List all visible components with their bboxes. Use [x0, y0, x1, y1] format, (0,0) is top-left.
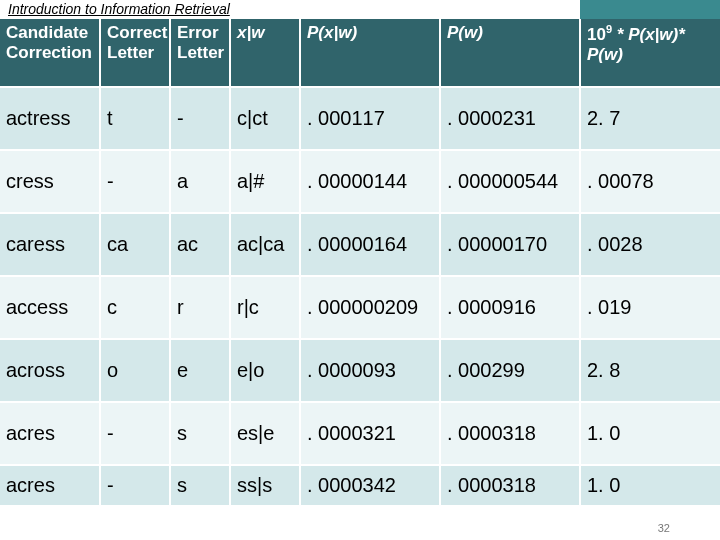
cell-correct: -	[100, 150, 170, 213]
cell-correct: ca	[100, 213, 170, 276]
cell-pxw: . 0000342	[300, 465, 440, 505]
table-row: caress ca ac ac|ca . 00000164 . 00000170…	[0, 213, 720, 276]
cell-xw: r|c	[230, 276, 300, 339]
col-p-w: P(w)	[440, 19, 580, 87]
cell-prod: 1. 0	[580, 465, 720, 505]
cell-prod: 1. 0	[580, 402, 720, 465]
col-candidate: Candidate Correction	[0, 19, 100, 87]
cell-xw: es|e	[230, 402, 300, 465]
col-x-given-w: x|w	[230, 19, 300, 87]
cell-pw: . 000299	[440, 339, 580, 402]
cell-xw: ac|ca	[230, 213, 300, 276]
cell-prod: . 0028	[580, 213, 720, 276]
table-row: across o e e|o . 0000093 . 000299 2. 8	[0, 339, 720, 402]
page-number: 32	[658, 522, 670, 534]
cell-prod: 2. 7	[580, 87, 720, 150]
cell-error: s	[170, 465, 230, 505]
col-product-pre: 10	[587, 25, 606, 44]
table-row: actress t - c|ct . 000117 . 0000231 2. 7	[0, 87, 720, 150]
cell-pxw: . 000117	[300, 87, 440, 150]
cell-pxw: . 0000093	[300, 339, 440, 402]
cell-pxw: . 00000164	[300, 213, 440, 276]
cell-pxw: . 0000321	[300, 402, 440, 465]
cell-pw: . 0000318	[440, 402, 580, 465]
cell-pw: . 00000170	[440, 213, 580, 276]
cell-xw: c|ct	[230, 87, 300, 150]
cell-candidate: acres	[0, 402, 100, 465]
cell-error: ac	[170, 213, 230, 276]
cell-correct: -	[100, 465, 170, 505]
cell-correct: t	[100, 87, 170, 150]
cell-correct: -	[100, 402, 170, 465]
cell-pw: . 0000231	[440, 87, 580, 150]
cell-candidate: access	[0, 276, 100, 339]
cell-pxw: . 00000144	[300, 150, 440, 213]
cell-xw: a|#	[230, 150, 300, 213]
cell-candidate: caress	[0, 213, 100, 276]
cell-prod: . 00078	[580, 150, 720, 213]
cell-correct: o	[100, 339, 170, 402]
cell-error: r	[170, 276, 230, 339]
cell-candidate: across	[0, 339, 100, 402]
table-row: acres - s es|e . 0000321 . 0000318 1. 0	[0, 402, 720, 465]
cell-xw: ss|s	[230, 465, 300, 505]
cell-pw: . 0000916	[440, 276, 580, 339]
table-row: access c r r|c . 000000209 . 0000916 . 0…	[0, 276, 720, 339]
col-p-x-given-w: P(x|w)	[300, 19, 440, 87]
cell-pw: . 000000544	[440, 150, 580, 213]
col-product: 109 * P(x|w)* P(w)	[580, 19, 720, 87]
breadcrumb: Introduction to Information Retrieval	[8, 0, 230, 18]
cell-prod: . 019	[580, 276, 720, 339]
cell-error: a	[170, 150, 230, 213]
col-correct-letter: Correct Letter	[100, 19, 170, 87]
cell-pxw: . 000000209	[300, 276, 440, 339]
cell-candidate: cress	[0, 150, 100, 213]
table-row: cress - a a|# . 00000144 . 000000544 . 0…	[0, 150, 720, 213]
col-error-letter: Error Letter	[170, 19, 230, 87]
cell-error: e	[170, 339, 230, 402]
table-body: actress t - c|ct . 000117 . 0000231 2. 7…	[0, 87, 720, 505]
cell-candidate: actress	[0, 87, 100, 150]
table-header-row: Candidate Correction Correct Letter Erro…	[0, 19, 720, 87]
table-row: acres - s ss|s . 0000342 . 0000318 1. 0	[0, 465, 720, 505]
cell-error: s	[170, 402, 230, 465]
cell-prod: 2. 8	[580, 339, 720, 402]
cell-xw: e|o	[230, 339, 300, 402]
cell-pw: . 0000318	[440, 465, 580, 505]
candidates-table: Candidate Correction Correct Letter Erro…	[0, 19, 720, 505]
cell-correct: c	[100, 276, 170, 339]
cell-candidate: acres	[0, 465, 100, 505]
cell-error: -	[170, 87, 230, 150]
